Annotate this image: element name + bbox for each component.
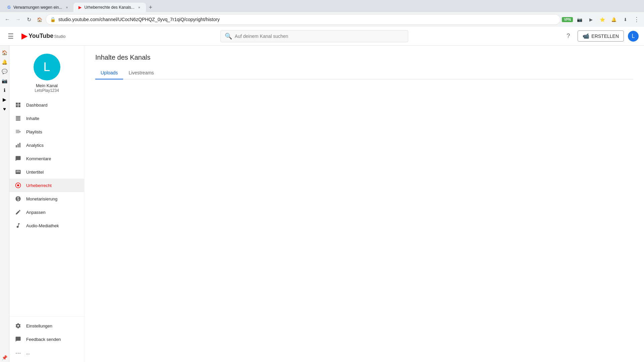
kommentare-icon [15, 155, 21, 162]
tab2-close[interactable]: × [137, 5, 142, 10]
search-box[interactable]: 🔍 [220, 30, 408, 42]
svg-rect-7 [16, 120, 20, 121]
nav-section: Dashboard Inhalte Playlists [9, 98, 84, 316]
audio-mediathek-icon [15, 222, 21, 229]
kommentare-label: Kommentare [26, 156, 51, 161]
einstellungen-label: Einstellungen [26, 323, 52, 328]
svg-rect-0 [16, 103, 18, 105]
back-button[interactable]: ← [3, 15, 12, 24]
address-bar[interactable]: 🔒 studio.youtube.com/channel/UCocN6zQPHQ… [46, 14, 560, 25]
os-icon-6[interactable]: ▶ [1, 96, 8, 103]
tab2-title: Urheberrechte des Kanals... [84, 5, 134, 10]
inhalte-label: Inhalte [26, 116, 39, 121]
os-icon-7[interactable]: ♥ [1, 105, 8, 113]
anpassen-label: Anpassen [26, 210, 46, 215]
sidebar-item-dashboard[interactable]: Dashboard [9, 98, 84, 112]
camera-icon: 📹 [583, 33, 589, 39]
extension-btn-5[interactable]: ⬇ [621, 15, 630, 24]
tab1-title: Verwarnungen wegen ein... [13, 5, 62, 10]
extension-btn-4[interactable]: 🔔 [609, 15, 619, 24]
sidebar-item-playlists[interactable]: Playlists [9, 125, 84, 138]
dashboard-icon [15, 102, 21, 108]
app: ☰ ▶ YouTube Studio 🔍 ? 📹 ERSTELLEN L [0, 27, 644, 362]
os-icon-1[interactable]: 🏠 [1, 49, 8, 56]
browser-menu-button[interactable]: ⋮ [632, 15, 641, 24]
lock-icon: 🔒 [50, 17, 56, 22]
browser-tab-1[interactable]: G Verwarnungen wegen ein... × [3, 3, 73, 12]
youtube-logo-icon: ▶ [21, 32, 27, 41]
new-tab-button[interactable]: + [146, 3, 155, 12]
home-button[interactable]: 🏠 [35, 15, 44, 24]
sidebar-item-urheberrecht[interactable]: Urheberrecht [9, 179, 84, 192]
sidebar-item-audio-mediathek[interactable]: Audio-Mediathek [9, 219, 84, 232]
tab1-favicon: G [7, 5, 11, 10]
urheberrecht-icon [15, 182, 21, 189]
browser-tabs-bar: G Verwarnungen wegen ein... × ▶ Urheberr… [0, 0, 644, 12]
channel-avatar[interactable]: L [34, 54, 60, 80]
yt-studio-logo[interactable]: ▶ YouTube Studio [21, 32, 65, 41]
tab-uploads[interactable]: Uploads [95, 67, 123, 79]
tab2-favicon: ▶ [77, 5, 82, 10]
os-icon-8[interactable]: 📌 [1, 354, 8, 361]
svg-rect-2 [16, 105, 18, 107]
inhalte-icon [15, 115, 21, 122]
feedback-icon [15, 336, 21, 343]
os-icon-2[interactable]: 🔔 [1, 58, 8, 66]
urheberrecht-label: Urheberrecht [26, 183, 52, 188]
svg-rect-9 [16, 131, 19, 132]
svg-marker-11 [20, 131, 21, 133]
browser-toolbar: ← → ↻ 🏠 🔒 studio.youtube.com/channel/UCo… [0, 12, 644, 27]
monetarisierung-label: Monetarisierung [26, 196, 57, 201]
sidebar-item-more[interactable]: ··· ... [9, 346, 84, 359]
tab1-close[interactable]: × [64, 5, 69, 10]
browser-actions: VPN 📷 ▶ ⭐ 🔔 ⬇ ⋮ [562, 15, 641, 24]
untertitel-label: Untertitel [26, 170, 44, 175]
channel-handle: LetsPlay1234 [35, 88, 59, 93]
sidebar-item-monetarisierung[interactable]: Monetarisierung [9, 192, 84, 205]
sidebar-item-kommentare[interactable]: Kommentare [9, 152, 84, 165]
channel-info: L Mein Kanal LetsPlay1234 [9, 46, 84, 98]
playlists-icon [15, 128, 21, 135]
more-label: ... [26, 350, 30, 355]
svg-rect-13 [18, 144, 19, 147]
tab-livestreams[interactable]: Livestreams [123, 67, 159, 79]
menu-button[interactable]: ☰ [5, 31, 16, 42]
sidebar-bottom: Einstellungen Feedback senden ··· ... [9, 316, 84, 362]
untertitel-icon [15, 169, 21, 175]
refresh-button[interactable]: ↻ [24, 15, 34, 24]
extension-btn-2[interactable]: ▶ [586, 15, 596, 24]
svg-rect-6 [16, 119, 20, 119]
feedback-label: Feedback senden [26, 337, 61, 342]
os-icon-3[interactable]: 💬 [1, 68, 8, 75]
page-title: Inhalte des Kanals [95, 54, 633, 61]
svg-rect-5 [16, 117, 20, 118]
sidebar: L Mein Kanal LetsPlay1234 Dashboard Inha… [9, 46, 85, 362]
sidebar-item-feedback[interactable]: Feedback senden [9, 333, 84, 346]
sidebar-item-untertitel[interactable]: Untertitel [9, 165, 84, 179]
dashboard-label: Dashboard [26, 103, 48, 108]
create-button[interactable]: 📹 ERSTELLEN [578, 31, 624, 42]
svg-rect-14 [19, 143, 20, 147]
browser-tab-2[interactable]: ▶ Urheberrechte des Kanals... × [73, 3, 146, 12]
svg-point-16 [17, 184, 19, 186]
anpassen-icon [15, 209, 21, 216]
extension-btn-1[interactable]: 📷 [575, 15, 584, 24]
forward-button[interactable]: → [13, 15, 23, 24]
main-content: Inhalte des Kanals Uploads Livestreams [85, 46, 644, 362]
user-avatar[interactable]: L [628, 31, 639, 42]
sidebar-item-einstellungen[interactable]: Einstellungen [9, 319, 84, 333]
sidebar-item-analytics[interactable]: Analytics [9, 138, 84, 152]
extension-btn-3[interactable]: ⭐ [598, 15, 607, 24]
help-button[interactable]: ? [563, 31, 574, 42]
playlists-label: Playlists [26, 129, 42, 134]
search-input[interactable] [235, 34, 404, 39]
youtube-brand: YouTube [29, 33, 53, 40]
create-label: ERSTELLEN [591, 34, 619, 39]
header-search-area: 🔍 [69, 30, 559, 42]
audio-mediathek-label: Audio-Mediathek [26, 223, 59, 228]
sidebar-item-anpassen[interactable]: Anpassen [9, 205, 84, 219]
sidebar-item-inhalte[interactable]: Inhalte [9, 112, 84, 125]
os-icon-4[interactable]: 📷 [1, 77, 8, 84]
os-icon-5[interactable]: ℹ [1, 86, 8, 94]
more-icon: ··· [15, 349, 21, 356]
